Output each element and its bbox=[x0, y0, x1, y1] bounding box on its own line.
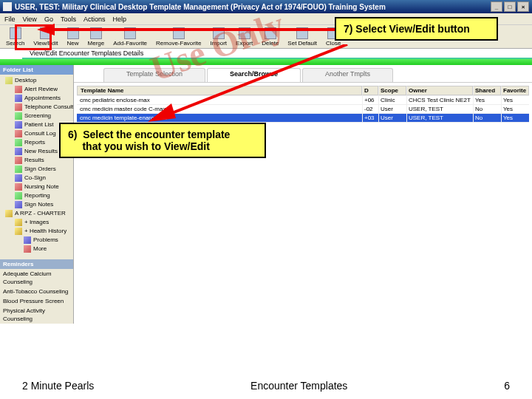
set-default-icon bbox=[296, 27, 308, 39]
col-d[interactable]: D bbox=[362, 86, 378, 95]
footer-left: 2 Minute Pearls bbox=[22, 380, 94, 392]
tree-problems[interactable]: Problems bbox=[1, 236, 72, 245]
footer-center: Encounter Templates bbox=[250, 380, 347, 392]
toolbar-merge[interactable]: Merge bbox=[85, 27, 108, 47]
view-edit-icon bbox=[40, 27, 52, 39]
menu-tools[interactable]: Tools bbox=[61, 16, 76, 23]
cell-name: cmc medicin template-enarc-max bbox=[77, 114, 362, 122]
reports-icon bbox=[15, 139, 22, 146]
table-row[interactable]: cmc medicin master code C-max -02 User U… bbox=[77, 105, 529, 114]
col-fav[interactable]: Favorite bbox=[501, 86, 529, 95]
search-icon bbox=[10, 27, 21, 39]
tree-sign-notes[interactable]: Sign Notes bbox=[1, 200, 72, 209]
slide-footer: 2 Minute Pearls Encounter Templates 6 bbox=[0, 380, 532, 392]
tab-another[interactable]: Another Tmplts bbox=[302, 68, 393, 82]
cell-shared: Yes bbox=[473, 96, 501, 104]
screen-icon bbox=[15, 112, 22, 120]
footer-right: 6 bbox=[504, 380, 510, 392]
sidebar-header: Folder List bbox=[0, 65, 73, 75]
col-shared[interactable]: Shared bbox=[473, 86, 501, 95]
import-icon bbox=[213, 27, 225, 39]
cell-fav: Yes bbox=[501, 114, 529, 122]
problems-icon bbox=[24, 236, 31, 244]
desktop-icon bbox=[5, 77, 13, 84]
col-owner[interactable]: Owner bbox=[406, 86, 473, 95]
nursing-icon bbox=[15, 183, 22, 191]
toolbar-new[interactable]: New bbox=[64, 27, 82, 47]
toolbar-export[interactable]: Export bbox=[233, 27, 256, 47]
delete-icon bbox=[265, 27, 276, 39]
reminder-item[interactable]: Adequate Calcium Counseling bbox=[0, 269, 73, 287]
tree-charter[interactable]: A RPZ - CHARTER bbox=[1, 209, 72, 218]
toolbar-import[interactable]: Import bbox=[207, 27, 230, 47]
alert-icon bbox=[15, 86, 22, 93]
maximize-button[interactable]: □ bbox=[504, 1, 516, 12]
tree-more[interactable]: More bbox=[1, 245, 72, 253]
menu-go[interactable]: Go bbox=[44, 16, 53, 23]
cosign-icon bbox=[15, 174, 22, 182]
tree-sign-orders[interactable]: Sign Orders bbox=[1, 165, 72, 174]
reminder-item[interactable]: Blood Pressure Screen bbox=[0, 296, 73, 306]
cell-name: cmc medicin master code C-max bbox=[77, 105, 362, 113]
newres-icon bbox=[15, 148, 22, 155]
content-area: Template Selection Search/Browse Another… bbox=[74, 65, 532, 324]
cell-shared: No bbox=[473, 114, 501, 122]
export-icon bbox=[239, 27, 250, 39]
toolbar-set-default[interactable]: Set Default bbox=[284, 27, 320, 47]
reminder-item[interactable]: Physical Activity Counseling bbox=[0, 306, 73, 324]
cell-d: +06 bbox=[362, 96, 378, 104]
sidebar: Folder List Desktop Alert Review Appoint… bbox=[0, 65, 74, 324]
tree-desktop[interactable]: Desktop bbox=[1, 76, 72, 85]
tree-telephone[interactable]: Telephone Consult bbox=[1, 103, 72, 112]
folder-icon bbox=[5, 210, 13, 217]
merge-icon bbox=[90, 27, 102, 39]
consult-icon bbox=[15, 130, 22, 137]
tree-images[interactable]: + Images bbox=[1, 218, 72, 227]
sign-icon bbox=[15, 166, 22, 173]
toolbar-delete[interactable]: Delete bbox=[259, 27, 282, 47]
window-titlebar: USER, TEST: Military Clinical Desktop Te… bbox=[0, 0, 532, 13]
tree-screening[interactable]: Screening bbox=[1, 112, 72, 120]
tree-health-history[interactable]: + Health History bbox=[1, 227, 72, 236]
green-divider bbox=[0, 59, 532, 65]
reporting-icon bbox=[15, 192, 22, 200]
folder-icon bbox=[15, 228, 22, 235]
tab-template-selection[interactable]: Template Selection bbox=[103, 68, 205, 82]
close-button[interactable]: × bbox=[517, 1, 529, 12]
reminders-header: Reminders bbox=[0, 259, 73, 269]
cell-scope: User bbox=[378, 114, 406, 122]
menu-view[interactable]: View bbox=[23, 16, 37, 23]
toolbar-add-favorite[interactable]: Add-Favorite bbox=[110, 27, 150, 47]
phone-icon bbox=[15, 103, 22, 111]
folder-tree: Desktop Alert Review Appointments Teleph… bbox=[0, 75, 73, 259]
cell-owner: CHCS Test Clinic NE2T bbox=[406, 96, 473, 104]
menu-file[interactable]: File bbox=[4, 16, 16, 23]
tab-search-browse[interactable]: Search/Browse bbox=[207, 68, 301, 82]
menu-actions[interactable]: Actions bbox=[83, 16, 106, 23]
toolbar-view-edit[interactable]: View/Edit bbox=[30, 27, 61, 47]
appt-icon bbox=[15, 95, 22, 102]
tree-cosign[interactable]: Co-Sign bbox=[1, 174, 72, 183]
tree-reporting[interactable]: Reporting bbox=[1, 191, 72, 200]
tree-appointments[interactable]: Appointments bbox=[1, 94, 72, 103]
toolbar-remove-favorite[interactable]: Remove-Favorite bbox=[153, 27, 204, 47]
reminder-item[interactable]: Anti-Tobacco Counseling bbox=[0, 287, 73, 296]
template-table: Template Name D Scope Owner Shared Favor… bbox=[77, 86, 529, 123]
col-scope[interactable]: Scope bbox=[378, 86, 406, 95]
tab-row: Template Selection Search/Browse Another… bbox=[74, 65, 532, 83]
col-name[interactable]: Template Name bbox=[77, 86, 362, 95]
cell-name: cmc pediatric enclose-max bbox=[77, 96, 362, 104]
cell-fav: Yes bbox=[501, 105, 529, 113]
tree-alert-review[interactable]: Alert Review bbox=[1, 85, 72, 94]
minimize-button[interactable]: _ bbox=[491, 1, 502, 12]
table-row[interactable]: cmc pediatric enclose-max +06 Clinic CHC… bbox=[77, 96, 529, 105]
cell-scope: Clinic bbox=[378, 96, 406, 104]
menu-help[interactable]: Help bbox=[112, 16, 126, 23]
signnotes-icon bbox=[15, 201, 22, 208]
tree-nursing[interactable]: Nursing Note bbox=[1, 183, 72, 191]
toolbar-search[interactable]: Search bbox=[3, 27, 27, 47]
page-subtitle: View/Edit Encounter Templates Details bbox=[22, 49, 532, 59]
app-icon bbox=[3, 2, 12, 11]
table-row-selected[interactable]: cmc medicin template-enarc-max +03 User … bbox=[77, 114, 529, 123]
more-icon bbox=[24, 245, 31, 253]
